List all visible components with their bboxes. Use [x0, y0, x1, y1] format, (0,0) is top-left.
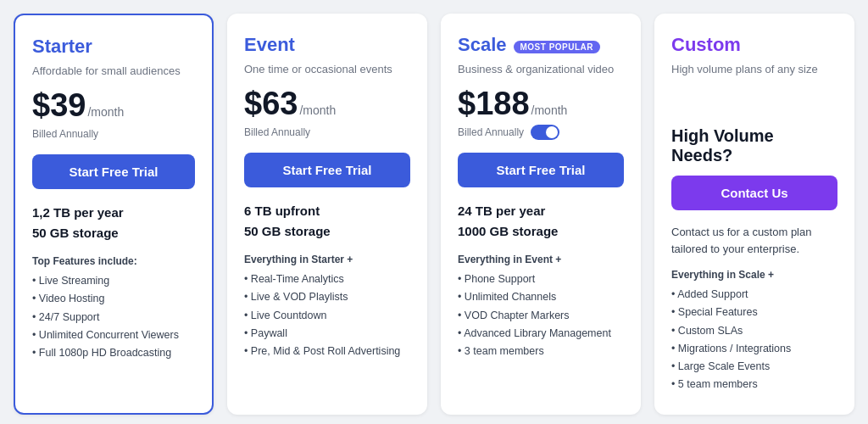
- billed-text-event: Billed Annually: [244, 126, 310, 138]
- storage-section-starter: 1,2 TB per year50 GB storage: [32, 203, 195, 243]
- cta-button-scale[interactable]: Start Free Trial: [458, 153, 624, 187]
- plan-price-period-starter: /month: [87, 105, 124, 119]
- feature-item: • Full 1080p HD Broadcasting: [32, 344, 195, 362]
- features-section-custom: Everything in Scale +• Added Support• Sp…: [671, 269, 837, 394]
- spacer: [671, 86, 837, 126]
- feature-item: • Real-Time Analytics: [244, 271, 410, 288]
- plan-price-amount-event: $63: [244, 86, 298, 122]
- cta-button-custom[interactable]: Contact Us: [671, 176, 837, 210]
- storage-section-event: 6 TB upfront50 GB storage: [244, 201, 410, 242]
- cta-button-starter[interactable]: Start Free Trial: [32, 154, 195, 189]
- storage-line: 1000 GB storage: [458, 221, 624, 242]
- plan-header-starter: Starter: [32, 36, 195, 61]
- feature-item: • Added Support: [671, 286, 837, 304]
- feature-item: • Migrations / Integrations: [671, 340, 837, 358]
- plan-subtitle-scale: Business & organizational video: [458, 63, 624, 75]
- billed-row-event: Billed Annually: [244, 124, 410, 141]
- most-popular-badge: MOST POPULAR: [514, 41, 601, 53]
- plan-subtitle-custom: High volume plans of any size: [671, 63, 837, 75]
- storage-line: 50 GB storage: [32, 223, 195, 243]
- billed-row-scale: Billed Annually: [458, 124, 624, 141]
- plan-price-amount-starter: $39: [32, 87, 86, 124]
- cta-button-event[interactable]: Start Free Trial: [244, 153, 410, 187]
- high-volume-text: High Volume Needs?: [671, 126, 837, 165]
- plan-price-period-scale: /month: [531, 103, 568, 117]
- feature-item: • 5 team members: [671, 376, 837, 393]
- storage-line: 1,2 TB per year: [32, 203, 195, 223]
- billing-toggle[interactable]: [531, 125, 559, 140]
- features-title-starter: Top Features include:: [32, 255, 195, 267]
- plan-name-custom: Custom: [671, 34, 741, 56]
- features-section-event: Everything in Starter +• Real-Time Analy…: [244, 254, 410, 360]
- feature-item: • VOD Chapter Markers: [458, 307, 624, 325]
- feature-item: • 24/7 Support: [32, 309, 195, 326]
- features-section-scale: Everything in Event +• Phone Support• Un…: [458, 254, 624, 360]
- plan-card-scale: ScaleMOST POPULARBusiness & organization…: [441, 14, 641, 415]
- feature-item: • 3 team members: [458, 343, 624, 360]
- storage-line: 24 TB per year: [458, 201, 624, 221]
- features-title-scale: Everything in Event +: [458, 254, 624, 265]
- storage-line: 6 TB upfront: [244, 201, 410, 221]
- plan-name-starter: Starter: [32, 36, 92, 58]
- plan-header-scale: ScaleMOST POPULAR: [458, 34, 624, 59]
- plan-price-period-event: /month: [299, 103, 336, 117]
- feature-item: • Video Hosting: [32, 290, 195, 308]
- plan-subtitle-starter: Affordable for small audiences: [32, 64, 195, 77]
- billed-row-starter: Billed Annually: [32, 126, 195, 142]
- plan-price-row-starter: $39/month: [32, 87, 195, 124]
- feature-item: • Custom SLAs: [671, 322, 837, 340]
- plan-card-custom: CustomHigh volume plans of any sizeHigh …: [654, 14, 854, 415]
- plan-card-starter: StarterAffordable for small audiences$39…: [14, 14, 214, 415]
- plan-price-row-scale: $188/month: [458, 86, 624, 122]
- feature-item: • Live & VOD Playlists: [244, 288, 410, 306]
- contact-description: Contact us for a custom plan tailored to…: [671, 224, 837, 257]
- pricing-grid: StarterAffordable for small audiences$39…: [14, 14, 854, 415]
- features-section-starter: Top Features include:• Live Streaming• V…: [32, 255, 195, 362]
- plan-name-scale: Scale: [458, 34, 507, 56]
- feature-item: • Unlimited Concurrent Viewers: [32, 326, 195, 344]
- plan-header-event: Event: [244, 34, 410, 59]
- feature-item: • Pre, Mid & Post Roll Advertising: [244, 343, 410, 360]
- feature-item: • Paywall: [244, 325, 410, 343]
- storage-line: 50 GB storage: [244, 221, 410, 242]
- features-title-event: Everything in Starter +: [244, 254, 410, 265]
- feature-item: • Special Features: [671, 304, 837, 321]
- feature-item: • Unlimited Channels: [458, 288, 624, 306]
- features-title-custom: Everything in Scale +: [671, 269, 837, 281]
- feature-item: • Live Streaming: [32, 272, 195, 290]
- plan-card-event: EventOne time or occasional events$63/mo…: [227, 14, 427, 415]
- billed-text-starter: Billed Annually: [32, 128, 98, 140]
- feature-item: • Large Scale Events: [671, 358, 837, 376]
- feature-item: • Advanced Library Management: [458, 325, 624, 343]
- plan-subtitle-event: One time or occasional events: [244, 63, 410, 75]
- feature-item: • Live Countdown: [244, 307, 410, 325]
- plan-price-amount-scale: $188: [458, 86, 530, 122]
- plan-name-event: Event: [244, 34, 295, 56]
- storage-section-scale: 24 TB per year1000 GB storage: [458, 201, 624, 242]
- plan-header-custom: Custom: [671, 34, 837, 59]
- plan-price-row-event: $63/month: [244, 86, 410, 122]
- feature-item: • Phone Support: [458, 271, 624, 288]
- billed-text-scale: Billed Annually: [458, 126, 524, 138]
